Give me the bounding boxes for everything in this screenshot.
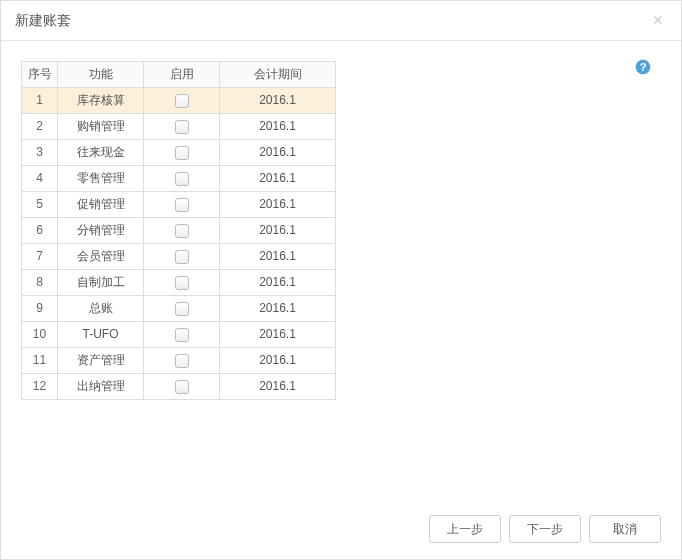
cell-seq: 10 [22, 322, 58, 348]
enable-checkbox[interactable] [175, 276, 189, 290]
enable-checkbox[interactable] [175, 302, 189, 316]
cell-enable [144, 166, 220, 192]
enable-checkbox[interactable] [175, 380, 189, 394]
cell-func: T-UFO [58, 322, 144, 348]
table-row[interactable]: 2购销管理2016.1 [22, 114, 336, 140]
cell-period: 2016.1 [220, 140, 336, 166]
table-row[interactable]: 9总账2016.1 [22, 296, 336, 322]
cell-enable [144, 88, 220, 114]
enable-checkbox[interactable] [175, 328, 189, 342]
col-header-seq: 序号 [22, 62, 58, 88]
cell-period: 2016.1 [220, 192, 336, 218]
dialog-header: 新建账套 × [1, 1, 681, 41]
enable-checkbox[interactable] [175, 146, 189, 160]
cell-func: 零售管理 [58, 166, 144, 192]
enable-checkbox[interactable] [175, 120, 189, 134]
cell-enable [144, 192, 220, 218]
cell-seq: 8 [22, 270, 58, 296]
cell-func: 购销管理 [58, 114, 144, 140]
cell-enable [144, 296, 220, 322]
table-row[interactable]: 8自制加工2016.1 [22, 270, 336, 296]
cell-seq: 7 [22, 244, 58, 270]
cell-enable [144, 270, 220, 296]
dialog-footer: 上一步 下一步 取消 [429, 515, 661, 543]
cell-enable [144, 348, 220, 374]
cell-func: 自制加工 [58, 270, 144, 296]
cell-seq: 11 [22, 348, 58, 374]
cell-func: 促销管理 [58, 192, 144, 218]
cell-seq: 2 [22, 114, 58, 140]
table-row[interactable]: 3往来现金2016.1 [22, 140, 336, 166]
enable-checkbox[interactable] [175, 250, 189, 264]
cell-enable [144, 218, 220, 244]
table-header-row: 序号 功能 启用 会计期间 [22, 62, 336, 88]
cell-enable [144, 140, 220, 166]
table-row[interactable]: 6分销管理2016.1 [22, 218, 336, 244]
cell-period: 2016.1 [220, 322, 336, 348]
table-row[interactable]: 5促销管理2016.1 [22, 192, 336, 218]
cell-seq: 6 [22, 218, 58, 244]
cell-enable [144, 114, 220, 140]
cell-period: 2016.1 [220, 88, 336, 114]
cell-period: 2016.1 [220, 218, 336, 244]
table-row[interactable]: 10T-UFO2016.1 [22, 322, 336, 348]
next-button[interactable]: 下一步 [509, 515, 581, 543]
cell-period: 2016.1 [220, 374, 336, 400]
cell-func: 会员管理 [58, 244, 144, 270]
table-row[interactable]: 1库存核算2016.1 [22, 88, 336, 114]
dialog-body: ? 序号 功能 启用 会计期间 1库存核算2016.12购销管理2016.13往… [1, 41, 681, 491]
function-table: 序号 功能 启用 会计期间 1库存核算2016.12购销管理2016.13往来现… [21, 61, 336, 400]
svg-text:?: ? [640, 61, 647, 73]
cell-period: 2016.1 [220, 166, 336, 192]
col-header-func: 功能 [58, 62, 144, 88]
cell-enable [144, 374, 220, 400]
enable-checkbox[interactable] [175, 354, 189, 368]
cell-seq: 9 [22, 296, 58, 322]
cell-func: 总账 [58, 296, 144, 322]
prev-button[interactable]: 上一步 [429, 515, 501, 543]
cell-func: 分销管理 [58, 218, 144, 244]
col-header-enable: 启用 [144, 62, 220, 88]
cell-seq: 12 [22, 374, 58, 400]
help-icon[interactable]: ? [635, 59, 651, 75]
cell-seq: 1 [22, 88, 58, 114]
dialog-title: 新建账套 [15, 12, 71, 30]
enable-checkbox[interactable] [175, 224, 189, 238]
cell-seq: 3 [22, 140, 58, 166]
table-row[interactable]: 7会员管理2016.1 [22, 244, 336, 270]
cell-func: 资产管理 [58, 348, 144, 374]
enable-checkbox[interactable] [175, 94, 189, 108]
enable-checkbox[interactable] [175, 172, 189, 186]
cell-period: 2016.1 [220, 348, 336, 374]
cancel-button[interactable]: 取消 [589, 515, 661, 543]
cell-seq: 5 [22, 192, 58, 218]
close-button[interactable]: × [646, 9, 669, 31]
cell-period: 2016.1 [220, 270, 336, 296]
cell-enable [144, 322, 220, 348]
table-row[interactable]: 4零售管理2016.1 [22, 166, 336, 192]
cell-period: 2016.1 [220, 296, 336, 322]
cell-enable [144, 244, 220, 270]
col-header-period: 会计期间 [220, 62, 336, 88]
cell-period: 2016.1 [220, 114, 336, 140]
cell-period: 2016.1 [220, 244, 336, 270]
table-row[interactable]: 11资产管理2016.1 [22, 348, 336, 374]
new-account-dialog: 新建账套 × ? 序号 功能 启用 会计期间 1库存核算2016.12购销管理2… [0, 0, 682, 560]
cell-func: 往来现金 [58, 140, 144, 166]
table-row[interactable]: 12出纳管理2016.1 [22, 374, 336, 400]
enable-checkbox[interactable] [175, 198, 189, 212]
cell-seq: 4 [22, 166, 58, 192]
cell-func: 出纳管理 [58, 374, 144, 400]
cell-func: 库存核算 [58, 88, 144, 114]
